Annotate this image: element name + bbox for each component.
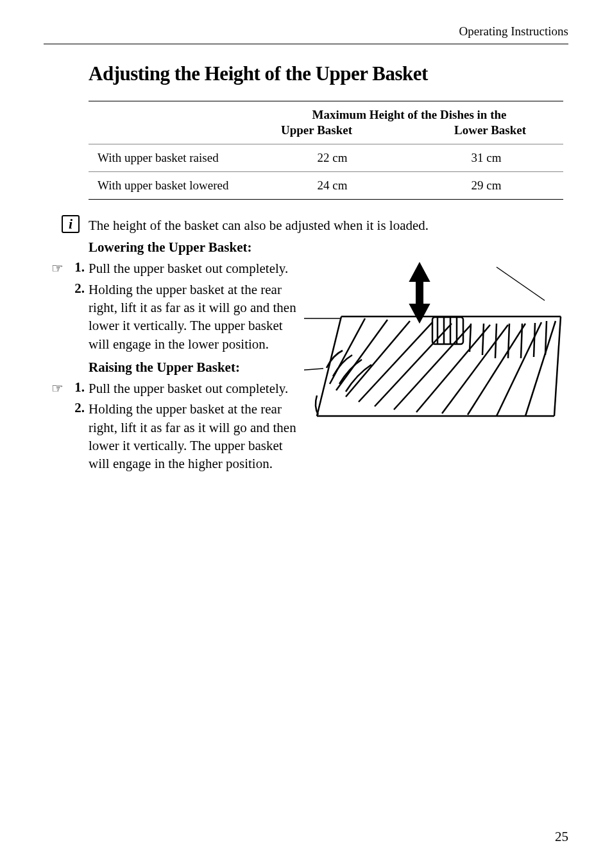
- row-label: With upper basket raised: [89, 144, 255, 172]
- page-number: 25: [555, 829, 568, 845]
- svg-marker-0: [410, 263, 429, 293]
- page-header: Operating Instructions: [44, 24, 568, 44]
- lowering-heading: Lowering the Upper Basket:: [89, 239, 568, 256]
- row-label: With upper basket lowered: [89, 172, 255, 200]
- table-row: With upper basket lowered 24 cm 29 cm: [89, 172, 563, 200]
- step-number: 2.: [71, 281, 89, 297]
- row-upper: 24 cm: [255, 172, 409, 200]
- basket-diagram: [304, 256, 574, 442]
- main-heading: Adjusting the Height of the Upper Basket: [89, 62, 568, 85]
- step-number: 1.: [71, 379, 89, 395]
- hand-icon: ☞: [51, 261, 64, 277]
- svg-line-4: [304, 369, 323, 371]
- hand-icon-container: ☞: [44, 259, 71, 277]
- table-col-upper: Upper Basket: [255, 123, 409, 144]
- info-note-text: The height of the basket can also be adj…: [89, 215, 568, 234]
- info-icon-container: i: [44, 215, 89, 233]
- info-icon: i: [62, 215, 80, 233]
- table-super-header: Maximum Height of the Dishes in the: [255, 101, 563, 124]
- row-lower: 29 cm: [409, 172, 563, 200]
- table-col-lower: Lower Basket: [409, 123, 563, 144]
- row-upper: 22 cm: [255, 144, 409, 172]
- step-text: Pull the upper basket out completely.: [89, 379, 307, 397]
- svg-line-3: [497, 267, 545, 300]
- hand-icon: ☞: [51, 381, 64, 397]
- hand-icon-container: ☞: [44, 379, 71, 397]
- step-text: Holding the upper basket at the rear rig…: [89, 400, 307, 473]
- table-row: With upper basket raised 22 cm 31 cm: [89, 144, 563, 172]
- section-title: Operating Instructions: [459, 24, 568, 38]
- step-number: 2.: [71, 400, 89, 416]
- info-note-row: i The height of the basket can also be a…: [44, 215, 568, 234]
- step-number: 1.: [71, 259, 89, 275]
- page-container: Operating Instructions Adjusting the Hei…: [0, 0, 612, 868]
- height-table: Maximum Height of the Dishes in the Uppe…: [89, 101, 563, 200]
- svg-marker-1: [410, 293, 429, 322]
- step-text: Holding the upper basket at the rear rig…: [89, 281, 307, 353]
- row-lower: 31 cm: [409, 144, 563, 172]
